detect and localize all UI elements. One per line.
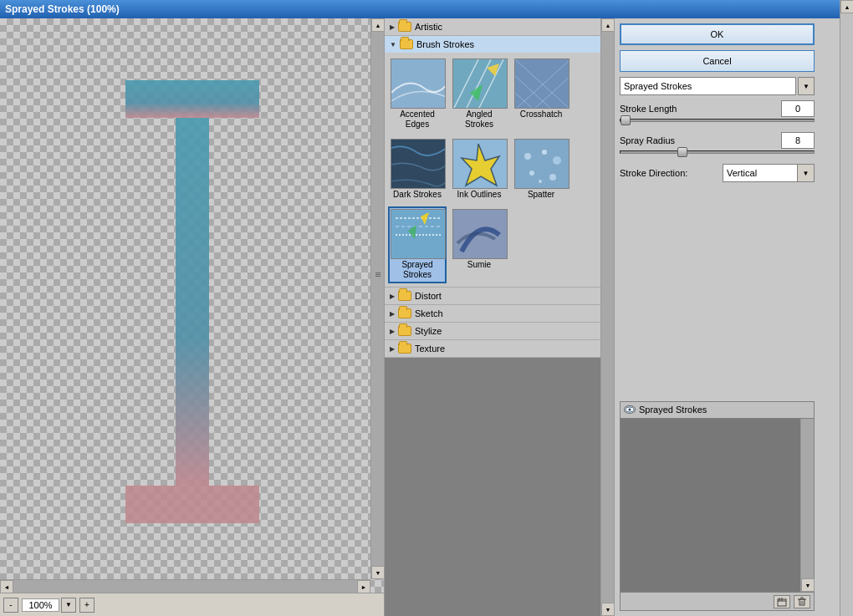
filter-item-dark-strokes[interactable]: Dark Strokes bbox=[388, 136, 447, 203]
spray-radius-slider bbox=[620, 150, 815, 154]
filter-scroll-up[interactable]: ▲ bbox=[601, 18, 614, 32]
effects-title: Sprayed Strokes bbox=[639, 405, 707, 415]
svg-rect-3 bbox=[391, 59, 446, 109]
zoom-out-btn[interactable]: - bbox=[3, 598, 18, 613]
left-panel: ▲ ▼ ◄ ► - bbox=[0, 18, 385, 616]
folder-texture bbox=[398, 344, 411, 354]
zoom-display: ▼ bbox=[22, 598, 76, 613]
preview-canvas bbox=[0, 18, 384, 593]
category-texture-header[interactable]: ▶ Texture bbox=[385, 340, 600, 357]
effects-scroll-down[interactable]: ▼ bbox=[801, 578, 815, 592]
svg-rect-0 bbox=[125, 80, 259, 118]
scroll-left-btn[interactable]: ◄ bbox=[0, 580, 13, 593]
spacer bbox=[620, 187, 815, 396]
triangle-distort: ▶ bbox=[390, 293, 395, 300]
collapse-handle[interactable] bbox=[371, 272, 384, 277]
thumb-ink-outlines bbox=[452, 139, 508, 189]
stroke-length-row: Stroke Length bbox=[620, 100, 815, 117]
category-artistic-label: Artistic bbox=[415, 22, 442, 32]
stroke-length-slider bbox=[620, 119, 815, 122]
ok-button[interactable]: OK bbox=[620, 23, 815, 45]
filter-item-ink-outlines[interactable]: Ink Outlines bbox=[450, 136, 508, 203]
folder-brush bbox=[400, 39, 413, 49]
effects-content-scroll[interactable]: ▼ bbox=[800, 419, 814, 593]
scroll-right-btn[interactable]: ► bbox=[357, 580, 370, 593]
zoom-dropdown-btn[interactable]: ▼ bbox=[61, 598, 76, 613]
stroke-length-thumb[interactable] bbox=[621, 115, 631, 125]
svg-rect-1 bbox=[176, 118, 209, 486]
new-effect-btn[interactable] bbox=[774, 595, 790, 608]
stroke-direction-label: Stroke Direction: bbox=[620, 168, 687, 178]
canvas-area: ▲ ▼ ◄ ► bbox=[0, 18, 384, 593]
filter-item-sprayed-strokes[interactable]: Sprayed Strokes bbox=[388, 206, 447, 283]
spray-radius-row: Spray Radius bbox=[620, 132, 815, 149]
effects-panel: Sprayed Strokes ▲ ▼ bbox=[620, 401, 815, 612]
triangle-brush: ▼ bbox=[390, 41, 396, 48]
filter-selector: Sprayed Strokes ▼ bbox=[620, 77, 815, 95]
triangle-texture: ▶ bbox=[390, 345, 395, 353]
stroke-length-label: Stroke Length bbox=[620, 104, 677, 114]
filter-dropdown-arrow[interactable]: ▼ bbox=[798, 77, 815, 95]
bottom-toolbar: - ▼ + bbox=[0, 593, 384, 616]
effects-scroll-up[interactable]: ▲ bbox=[840, 0, 853, 13]
filter-name-sumie: Sumie bbox=[452, 259, 506, 271]
zoom-in-btn[interactable]: + bbox=[79, 598, 94, 613]
filter-scroll-down[interactable]: ▼ bbox=[601, 603, 614, 616]
preview-hscrollbar[interactable]: ◄ ► bbox=[0, 579, 370, 593]
stroke-length-track[interactable] bbox=[620, 119, 815, 122]
spray-radius-thumb[interactable] bbox=[677, 147, 687, 157]
category-sketch: ▶ Sketch bbox=[385, 305, 600, 323]
folder-artistic bbox=[398, 22, 411, 32]
filter-item-spatter[interactable]: Spatter bbox=[512, 136, 570, 203]
thumb-spatter bbox=[514, 139, 570, 189]
zoom-input[interactable] bbox=[22, 598, 59, 612]
category-artistic: ▶ Artistic bbox=[385, 18, 600, 36]
triangle-artistic: ▶ bbox=[390, 23, 395, 31]
spray-radius-input[interactable] bbox=[781, 132, 815, 149]
svg-point-22 bbox=[542, 150, 547, 155]
svg-rect-2 bbox=[125, 486, 259, 523]
thumb-angled-strokes bbox=[452, 59, 508, 109]
filter-name-sprayed-strokes: Sprayed Strokes bbox=[391, 259, 444, 281]
scroll-up-btn[interactable]: ▲ bbox=[371, 18, 384, 32]
spray-radius-track[interactable] bbox=[620, 150, 815, 154]
direction-arrow[interactable]: ▼ bbox=[798, 164, 815, 182]
right-panel: OK Cancel Sprayed Strokes ▼ Stroke Lengt… bbox=[615, 18, 820, 616]
cancel-button[interactable]: Cancel bbox=[620, 50, 815, 72]
category-brush-strokes-header[interactable]: ▼ Brush Strokes bbox=[385, 36, 600, 53]
category-stylize-header[interactable]: ▶ Stylize bbox=[385, 323, 600, 339]
category-brush-label: Brush Strokes bbox=[416, 39, 474, 49]
filter-name-angled-strokes: Angled Strokes bbox=[452, 109, 506, 130]
category-artistic-header[interactable]: ▶ Artistic bbox=[385, 18, 600, 35]
delete-effect-btn[interactable] bbox=[794, 595, 810, 608]
filter-item-accented-edges[interactable]: Accented Edges bbox=[388, 56, 447, 133]
scroll-down-btn[interactable]: ▼ bbox=[371, 566, 384, 579]
scroll-track-h bbox=[13, 580, 357, 593]
direction-select[interactable]: Right Diagonal Horizontal Left Diagonal … bbox=[723, 164, 798, 182]
category-distort-header[interactable]: ▶ Distort bbox=[385, 288, 600, 304]
folder-sketch bbox=[398, 308, 411, 318]
thumb-sumie bbox=[452, 209, 508, 259]
eye-icon[interactable] bbox=[624, 405, 636, 414]
filter-item-crosshatch[interactable]: Crosshatch bbox=[512, 56, 570, 133]
effects-header: Sprayed Strokes ▲ bbox=[621, 402, 814, 419]
category-sketch-header[interactable]: ▶ Sketch bbox=[385, 305, 600, 322]
filter-vscrollbar[interactable]: ▲ ▼ bbox=[600, 18, 614, 616]
category-texture-label: Texture bbox=[415, 344, 445, 354]
stroke-length-input[interactable] bbox=[781, 100, 815, 117]
stroke-length-control: Stroke Length bbox=[620, 100, 815, 127]
spray-radius-control: Spray Radius bbox=[620, 132, 815, 159]
filter-item-sumie[interactable]: Sumie bbox=[450, 206, 508, 283]
filter-name-accented-edges: Accented Edges bbox=[391, 109, 444, 130]
effects-scrollbar[interactable]: ▲ bbox=[840, 0, 853, 616]
filter-grid-brush: Accented Edges bbox=[385, 53, 600, 287]
preview-vscrollbar[interactable]: ▲ ▼ bbox=[370, 18, 384, 579]
direction-select-container: Right Diagonal Horizontal Left Diagonal … bbox=[723, 164, 815, 182]
filter-name-ink-outlines: Ink Outlines bbox=[452, 189, 506, 201]
filter-item-angled-strokes[interactable]: Angled Strokes bbox=[450, 56, 508, 133]
triangle-stylize: ▶ bbox=[390, 328, 395, 335]
folder-distort bbox=[398, 291, 411, 301]
filter-dropdown-select[interactable]: Sprayed Strokes bbox=[620, 77, 796, 95]
scroll-track-v bbox=[371, 32, 384, 566]
category-sketch-label: Sketch bbox=[415, 308, 443, 318]
